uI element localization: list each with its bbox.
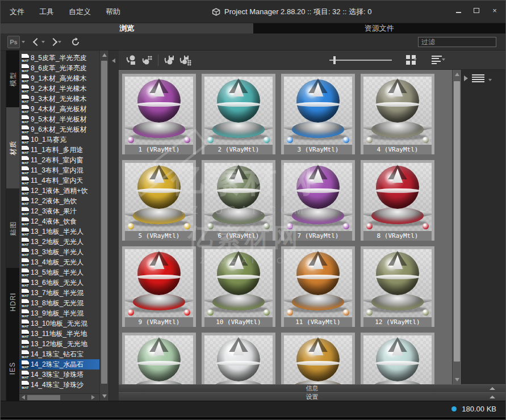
scroll-up-icon[interactable]: [102, 53, 107, 57]
menu-customize[interactable]: 自定义: [69, 7, 91, 17]
tree-vertical-scrollbar[interactable]: [99, 51, 108, 401]
scroll-down-icon[interactable]: [102, 394, 107, 398]
expand-up-icon[interactable]: [490, 387, 495, 390]
menu-tools[interactable]: 工具: [39, 7, 54, 17]
tab-hdri[interactable]: HDRI: [6, 268, 19, 336]
tree-item[interactable]: MAT13_2地板_无光人: [19, 237, 99, 247]
tree-horizontal-scrollbar[interactable]: [19, 393, 99, 401]
tab-maps[interactable]: 贴图: [6, 188, 19, 268]
material-thumbnail[interactable]: 3 (VRayMtl): [281, 74, 355, 154]
menu-help[interactable]: 帮助: [106, 7, 120, 17]
forward-history-dropdown-icon[interactable]: [58, 41, 61, 43]
thumbnail-size-slider[interactable]: [329, 60, 392, 61]
tree-item[interactable]: MAT13_5地板_半光人: [19, 267, 99, 278]
material-thumbnail[interactable]: 6 (VRayMtl): [202, 160, 275, 241]
tab-materials[interactable]: 材质: [6, 107, 19, 188]
material-thumbnail[interactable]: 5 (VRayMtl): [122, 160, 196, 241]
render-save-all-previews-button[interactable]: [177, 53, 193, 68]
tree-item[interactable]: MAT14_2珠宝_水晶石: [19, 359, 99, 369]
tree-item[interactable]: MAT9_5木材_半光板材: [19, 114, 99, 124]
photoshop-dropdown-icon[interactable]: [22, 41, 25, 43]
tree-item[interactable]: MAT9_1木材_高光橡木: [19, 73, 99, 83]
sort-button[interactable]: [432, 56, 442, 65]
tree-item[interactable]: MAT13_12地板_无光地: [19, 339, 99, 349]
tree-item[interactable]: MAT13_9地板_半光混: [19, 308, 99, 318]
material-thumbnail[interactable]: 11 (VRayMtl): [281, 246, 355, 327]
scroll-left-icon[interactable]: [22, 395, 25, 400]
refresh-button[interactable]: [70, 37, 81, 47]
tree-item[interactable]: MAT14_4珠宝_珍珠沙: [19, 380, 99, 390]
back-history-dropdown-icon[interactable]: [41, 41, 45, 43]
material-thumbnail[interactable]: 14 (VRayMtl): [202, 333, 275, 384]
expand-panel-icon[interactable]: [464, 75, 468, 81]
tab-models[interactable]: 模型: [6, 51, 19, 107]
expand-up-icon[interactable]: [490, 396, 495, 398]
tree-item[interactable]: MAT12_3液体_果汁: [19, 206, 99, 216]
scroll-thumb[interactable]: [27, 395, 60, 400]
tree-item[interactable]: MAT14_3珠宝_珍珠塔: [19, 369, 99, 380]
tree-item[interactable]: MAT10_1马赛克: [19, 135, 99, 145]
tree-item[interactable]: MAT13_1地板_半光人: [19, 226, 99, 237]
tree-item[interactable]: MAT11_1布料_多用途: [19, 145, 99, 155]
material-thumbnail[interactable]: 7 (VRayMtl): [281, 160, 355, 241]
tree-item[interactable]: MAT11_2布料_室内窗: [19, 155, 99, 165]
tree-item[interactable]: MAT9_6木材_无光板材: [19, 124, 99, 135]
scroll-up-icon[interactable]: [455, 73, 459, 76]
forward-button[interactable]: [49, 37, 57, 45]
sort-dropdown-icon[interactable]: [442, 58, 445, 61]
render-preview-button[interactable]: [123, 53, 139, 68]
tree-item[interactable]: MAT9_3木材_无光橡木: [19, 94, 99, 104]
maximize-button[interactable]: [471, 5, 482, 15]
photoshop-button[interactable]: Ps: [7, 36, 20, 48]
tab-ies[interactable]: IES: [6, 336, 19, 401]
material-thumbnail[interactable]: 10 (VRayMtl): [202, 246, 275, 327]
tree-item[interactable]: MAT13_4地板_无光人: [19, 257, 99, 267]
minimize-button[interactable]: [453, 5, 463, 15]
tree-item[interactable]: MAT13_11地板_半光地: [19, 329, 99, 339]
panel-menu-button[interactable]: [472, 74, 484, 82]
scroll-right-icon[interactable]: [91, 395, 95, 400]
info-panel-header[interactable]: 信息: [119, 384, 505, 392]
back-button[interactable]: [33, 37, 41, 45]
tab-resource-files[interactable]: 资源文件: [253, 23, 506, 33]
panel-menu-dropdown-icon[interactable]: [488, 79, 492, 81]
material-thumbnail[interactable]: 2 (VRayMtl): [202, 74, 275, 154]
material-thumbnail[interactable]: 8 (VRayMtl): [361, 160, 434, 241]
filter-input[interactable]: [418, 37, 496, 47]
tree-item[interactable]: MAT14_1珠宝_钻石宝: [19, 349, 99, 359]
tree-item[interactable]: MAT11_4布料_室内天: [19, 175, 99, 186]
view-mode-dropdown-icon[interactable]: [413, 58, 417, 61]
scroll-thumb[interactable]: [101, 61, 107, 384]
menu-file[interactable]: 文件: [10, 7, 24, 17]
collapse-panel-icon[interactable]: [112, 58, 115, 63]
material-thumbnail[interactable]: 4 (VRayMtl): [361, 74, 434, 154]
close-button[interactable]: ×: [490, 5, 500, 15]
tree-item[interactable]: MAT13_3地板_半光人: [19, 247, 99, 257]
material-thumbnail[interactable]: 13 (VRayMtl): [122, 333, 196, 384]
tree-item[interactable]: MAT8_5皮革_半光亮皮: [19, 53, 99, 63]
tree-item[interactable]: MAT13_7地板_半光混: [19, 288, 99, 298]
tree-item[interactable]: MAT13_8地板_无光混: [19, 298, 99, 308]
tab-browse[interactable]: 浏览: [1, 23, 253, 33]
scroll-thumb[interactable]: [454, 81, 460, 362]
tree-item[interactable]: MAT13_10地板_无光混: [19, 318, 99, 329]
tree-item[interactable]: MAT13_6地板_无光人: [19, 278, 99, 288]
tree-item[interactable]: MAT8_6皮革_光泽亮皮: [19, 63, 99, 73]
tree-item[interactable]: MAT12_2液体_热饮: [19, 196, 99, 206]
tree-item[interactable]: MAT11_3布料_室内混: [19, 165, 99, 175]
grid-vertical-scrollbar[interactable]: [452, 70, 461, 384]
settings-panel-header[interactable]: 设置: [119, 392, 505, 401]
material-thumbnail[interactable]: 15 (VRayMtl): [281, 333, 355, 384]
material-thumbnail[interactable]: 1 (VRayMtl): [122, 74, 196, 154]
scroll-down-icon[interactable]: [455, 378, 459, 381]
render-save-preview-button[interactable]: [161, 53, 177, 68]
tree-item[interactable]: MAT9_4木材_高光板材: [19, 104, 99, 114]
slider-thumb[interactable]: [333, 56, 336, 64]
render-all-previews-button[interactable]: [139, 53, 155, 68]
tree-item[interactable]: MAT9_2木材_半光橡木: [19, 83, 99, 94]
material-thumbnail[interactable]: 12 (VRayMtl): [361, 246, 434, 327]
material-thumbnail[interactable]: 16 (VRayMtl): [361, 333, 434, 384]
tree-item[interactable]: MAT12_1液体_酒精+饮: [19, 186, 99, 196]
material-thumbnail[interactable]: 9 (VRayMtl): [122, 246, 196, 327]
tree-item[interactable]: MAT12_4液体_饮食: [19, 216, 99, 226]
